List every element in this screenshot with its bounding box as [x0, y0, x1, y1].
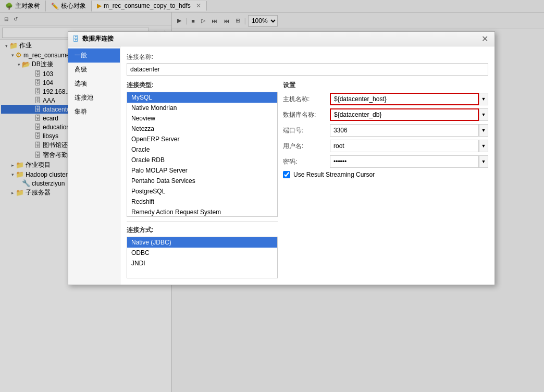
- modal-db-icon: 🗄: [72, 35, 79, 43]
- conn-type-oraclerdb[interactable]: Oracle RDB: [127, 155, 277, 165]
- conn-method-jndi[interactable]: JNDI: [127, 258, 277, 268]
- modal-overlay: 🗄 数据库连接 ✕ 一般 高级 选项 连接池 集群 连接名称:: [0, 0, 544, 392]
- conn-type-section: 连接类型: MySQL Native Mondrian Neoview Nete…: [127, 81, 278, 278]
- conn-type-list[interactable]: MySQL Native Mondrian Neoview Netezza Op…: [127, 92, 278, 217]
- modal-content: 连接名称: 连接类型: MySQL Native Mondrian Neovie…: [120, 46, 494, 285]
- conn-name-input[interactable]: [127, 63, 488, 76]
- modal-sidebar-pool[interactable]: 连接池: [68, 91, 120, 105]
- conn-method-header: 连接方式:: [127, 226, 278, 235]
- modal-sidebar-general[interactable]: 一般: [68, 48, 120, 63]
- host-label: 主机名称:: [283, 95, 330, 104]
- modal-sidebar: 一般 高级 选项 连接池 集群: [68, 46, 120, 285]
- conn-type-remedy[interactable]: Remedy Action Request System: [127, 207, 277, 217]
- db-name-label: 数据库名称:: [283, 111, 330, 119]
- pass-label: 密码:: [283, 157, 330, 166]
- port-spin-btn[interactable]: ▼: [479, 124, 488, 137]
- pass-spin-btn[interactable]: ▼: [479, 155, 488, 168]
- host-spin-btn[interactable]: ▼: [479, 93, 488, 105]
- conn-method-odbc[interactable]: ODBC: [127, 248, 277, 258]
- conn-method-jdbc[interactable]: Native (JDBC): [127, 237, 277, 248]
- modal-titlebar: 🗄 数据库连接 ✕: [68, 32, 494, 46]
- streaming-row: Use Result Streaming Cursor: [283, 171, 488, 178]
- user-row: 用户名: ▼: [283, 140, 488, 152]
- modal-sidebar-cluster[interactable]: 集群: [68, 105, 120, 119]
- conn-method-list[interactable]: Native (JDBC) ODBC JNDI: [127, 237, 278, 278]
- modal-title: 数据库连接: [82, 34, 479, 43]
- pass-row: 密码: ▼: [283, 155, 488, 168]
- modal-sidebar-advanced[interactable]: 高级: [68, 63, 120, 77]
- conn-type-netezza[interactable]: Netezza: [127, 124, 277, 134]
- conn-type-neoview[interactable]: Neoview: [127, 113, 277, 124]
- user-input[interactable]: [330, 140, 479, 152]
- modal-sidebar-options[interactable]: 选项: [68, 77, 120, 91]
- conn-type-postgresql[interactable]: PostgreSQL: [127, 186, 277, 197]
- db-name-input[interactable]: [330, 108, 479, 121]
- streaming-checkbox[interactable]: [283, 171, 290, 178]
- db-spin-btn[interactable]: ▼: [479, 108, 488, 121]
- port-input[interactable]: [330, 124, 479, 137]
- port-label: 端口号:: [283, 126, 330, 135]
- conn-type-mysql[interactable]: MySQL: [127, 92, 277, 103]
- divider-conn-method: [127, 221, 278, 222]
- streaming-label[interactable]: Use Result Streaming Cursor: [293, 171, 375, 178]
- user-label: 用户名:: [283, 142, 330, 151]
- conn-type-openerp[interactable]: OpenERP Server: [127, 134, 277, 144]
- conn-type-pentaho[interactable]: Pentaho Data Services: [127, 176, 277, 186]
- host-input[interactable]: [330, 93, 479, 105]
- settings-section: 设置 主机名称: ▼ 数据库名称:: [283, 81, 488, 278]
- conn-method-section: 连接方式: Native (JDBC) ODBC JNDI: [127, 226, 278, 278]
- modal-close-btn[interactable]: ✕: [479, 34, 490, 44]
- conn-name-label: 连接名称:: [127, 53, 488, 62]
- conn-type-mondrian[interactable]: Native Mondrian: [127, 103, 277, 113]
- modal-body: 一般 高级 选项 连接池 集群 连接名称: 连接类型:: [68, 46, 494, 285]
- user-spin-btn[interactable]: ▼: [479, 140, 488, 152]
- host-row: 主机名称: ▼: [283, 93, 488, 105]
- db-connection-modal: 🗄 数据库连接 ✕ 一般 高级 选项 连接池 集群 连接名称:: [68, 31, 495, 285]
- conn-name-group: 连接名称:: [127, 53, 488, 76]
- port-row: 端口号: ▼: [283, 124, 488, 137]
- conn-type-palo[interactable]: Palo MOLAP Server: [127, 165, 277, 176]
- conn-type-oracle[interactable]: Oracle: [127, 144, 277, 155]
- conn-type-layout: 连接类型: MySQL Native Mondrian Neoview Nete…: [127, 81, 488, 278]
- conn-type-redshift[interactable]: Redshift: [127, 197, 277, 207]
- db-name-row: 数据库名称: ▼: [283, 108, 488, 121]
- pass-input[interactable]: [330, 155, 479, 168]
- settings-title: 设置: [283, 81, 488, 90]
- conn-type-header: 连接类型:: [127, 81, 278, 90]
